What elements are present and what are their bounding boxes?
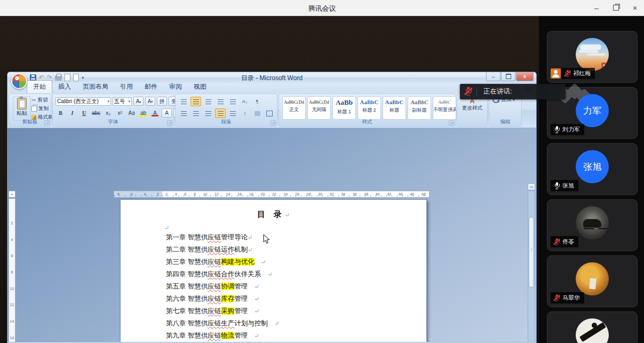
- undo-icon[interactable]: ↶: [39, 74, 44, 81]
- muted-mic-icon: [565, 70, 570, 77]
- line-spacing-button[interactable]: ↕: [240, 108, 250, 118]
- vertical-scrollbar[interactable]: [528, 191, 535, 343]
- italic-button[interactable]: I: [67, 108, 77, 118]
- word-minimize-icon[interactable]: –: [486, 72, 500, 81]
- style-heading2[interactable]: AaBbC标题 2: [357, 96, 381, 120]
- tab-view[interactable]: 视图: [188, 81, 212, 93]
- participant-tile[interactable]: 张旭 张旭: [547, 143, 638, 195]
- ruler-toggle-icon[interactable]: ▭: [528, 183, 535, 190]
- style-subtitle[interactable]: AaBbC副标题: [408, 96, 431, 120]
- meeting-titlebar: 腾讯会议 – ×: [0, 0, 644, 16]
- change-styles-button[interactable]: 更改样式: [457, 105, 487, 112]
- host-badge-icon: [551, 68, 561, 79]
- avatar: [576, 318, 609, 343]
- doc-title: 目 录↵: [121, 209, 426, 220]
- decrease-indent-button[interactable]: [215, 97, 226, 106]
- bold-button[interactable]: B: [55, 108, 66, 118]
- align-right-button[interactable]: [203, 108, 213, 118]
- increase-indent-button[interactable]: [227, 97, 238, 106]
- participant-name: 张旭: [562, 182, 574, 190]
- participants-sidebar: 祁红梅 力军 刘力军 张旭 张旭 佟苓 马翠华: [539, 16, 644, 343]
- tencent-meeting-window: 腾讯会议 – × 目录 - Microsoft Word ↶ ↷ ▾: [0, 0, 644, 343]
- sort-button[interactable]: A↓: [240, 97, 250, 106]
- shading-button[interactable]: [252, 108, 263, 118]
- word-close-icon[interactable]: ×: [516, 72, 534, 81]
- maximize-icon[interactable]: [611, 4, 621, 12]
- document-page[interactable]: 目 录↵ ↵ 第一章 智慧供应链管理导论↵ 第二章 智慧供应链运作机制↵ 第三章…: [120, 199, 427, 343]
- close-icon[interactable]: ×: [630, 4, 640, 12]
- avatar: 张旭: [576, 150, 609, 183]
- shrink-font-button[interactable]: A▾: [145, 97, 155, 106]
- subscript-button[interactable]: x₂: [103, 108, 113, 118]
- style-subtle-emphasis[interactable]: AaBbC不明显强调: [433, 96, 456, 120]
- distribute-button[interactable]: [227, 108, 238, 118]
- save-icon[interactable]: [30, 74, 36, 81]
- muted-mic-icon: [554, 294, 560, 301]
- pinyin-guide-button[interactable]: 拼: [157, 97, 167, 106]
- multilevel-list-button[interactable]: [203, 97, 213, 106]
- align-left-button[interactable]: [178, 108, 189, 118]
- participant-tile[interactable]: 马翠华: [547, 255, 638, 307]
- participant-tile[interactable]: [547, 311, 638, 343]
- style-title[interactable]: AaBbC标题: [383, 96, 406, 120]
- avatar: [576, 262, 609, 295]
- text-highlight-button[interactable]: ab: [138, 108, 148, 118]
- justify-button[interactable]: [215, 108, 226, 118]
- tab-mailings[interactable]: 邮件: [139, 81, 163, 93]
- font-group: Calibri (西文正文)▾ 五号▾ A▴ A▾ 拼 变 A B I U ab…: [52, 93, 174, 127]
- qat-dropdown-icon[interactable]: ▾: [82, 75, 84, 80]
- clipboard-dialog-launcher[interactable]: ◿: [44, 120, 50, 126]
- print-preview-icon[interactable]: [73, 74, 79, 81]
- strikethrough-button[interactable]: abc: [91, 108, 101, 118]
- tab-page-layout[interactable]: 页面布局: [77, 81, 114, 93]
- muted-mic-icon: [465, 87, 472, 95]
- copy-button[interactable]: 复制: [31, 105, 53, 112]
- font-family-select[interactable]: Calibri (西文正文)▾: [55, 97, 111, 106]
- tab-review[interactable]: 审阅: [163, 81, 188, 93]
- superscript-button[interactable]: x²: [115, 108, 125, 118]
- numbering-button[interactable]: [190, 97, 201, 106]
- word-window: 目录 - Microsoft Word ↶ ↷ ▾ – × 开始 插入: [7, 72, 536, 343]
- participant-tile[interactable]: 佟苓: [547, 199, 638, 251]
- paste-icon: [17, 98, 27, 110]
- tab-insert[interactable]: 插入: [52, 81, 77, 93]
- change-case-aa-button[interactable]: Aa: [126, 108, 137, 118]
- style-no-spacing[interactable]: AaBbCcDd无间隔: [307, 96, 331, 120]
- character-shading-button[interactable]: A: [162, 108, 172, 118]
- minimize-icon[interactable]: –: [592, 4, 601, 12]
- styles-group: AaBbCcDd正文 AaBbCcDd无间隔 AaBb标题 1 AaBbC标题 …: [279, 93, 456, 127]
- new-document-icon[interactable]: [65, 74, 70, 81]
- tab-references[interactable]: 引用: [114, 81, 139, 93]
- style-normal[interactable]: AaBbCcDd正文: [282, 96, 306, 120]
- show-hide-pilcrow-button[interactable]: ¶: [252, 97, 263, 106]
- ribbon: 粘贴 ✂剪切 复制 格式刷 剪贴板 ◿ Calibri (西文正文)▾ 五号▾ …: [7, 93, 536, 128]
- participant-tile[interactable]: 祁红梅: [547, 31, 638, 83]
- vertical-ruler: 246810121416182022: [9, 198, 15, 343]
- font-size-select[interactable]: 五号▾: [113, 97, 132, 106]
- font-dialog-launcher[interactable]: ◿: [167, 120, 172, 126]
- grow-font-button[interactable]: A▴: [133, 97, 144, 106]
- cut-button[interactable]: ✂剪切: [31, 97, 53, 104]
- participant-name: 佟苓: [562, 238, 574, 246]
- screen-share-area: 目录 - Microsoft Word ↶ ↷ ▾ – × 开始 插入: [0, 16, 539, 343]
- office-button[interactable]: [11, 73, 27, 89]
- scrollbar-thumb[interactable]: [529, 217, 534, 287]
- bullets-button[interactable]: [178, 97, 189, 106]
- style-heading1[interactable]: AaBb标题 1: [332, 96, 356, 120]
- underline-button[interactable]: U: [79, 108, 89, 118]
- paragraph-dialog-launcher[interactable]: ◿: [271, 120, 276, 126]
- align-center-button[interactable]: [190, 108, 201, 118]
- font-color-button[interactable]: A: [150, 108, 160, 118]
- muted-mic-icon: [554, 238, 560, 245]
- speaking-indicator-text: 正在讲话:: [476, 87, 512, 96]
- toc-line: 第三章 智慧供应链构建与优化 ↵: [166, 258, 266, 267]
- tab-home[interactable]: 开始: [27, 80, 52, 93]
- paste-button[interactable]: 粘贴: [13, 96, 31, 121]
- borders-button[interactable]: [264, 108, 275, 118]
- print-icon[interactable]: [55, 75, 62, 81]
- participant-name: 刘力军: [562, 126, 580, 134]
- redo-icon[interactable]: ↷: [47, 74, 52, 81]
- word-maximize-icon[interactable]: [501, 72, 515, 81]
- styles-dialog-launcher[interactable]: ◿: [449, 120, 454, 126]
- ruler-tab-selector[interactable]: ⌐: [9, 191, 15, 198]
